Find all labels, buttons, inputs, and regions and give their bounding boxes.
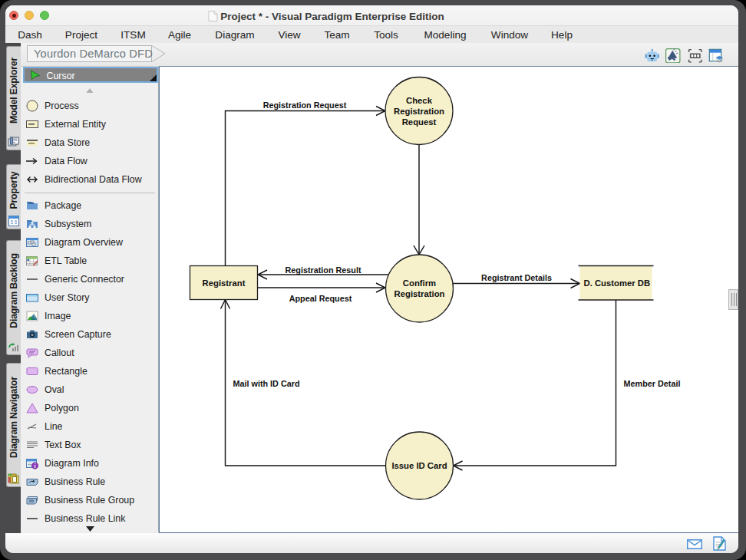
svg-text:Registrant Details: Registrant Details [481,272,552,282]
svg-text:Check: Check [406,95,433,104]
svg-text:Registration Result: Registration Result [286,265,361,274]
svg-text:Registration: Registration [394,289,445,298]
svg-text:D. Customer DB: D. Customer DB [584,278,651,288]
svg-text:Registration: Registration [394,106,444,115]
svg-text:Registration Request: Registration Request [263,100,347,109]
svg-text:Member Detail: Member Detail [624,378,681,387]
svg-text:Confirm: Confirm [403,278,436,288]
svg-text:Appeal Request: Appeal Request [289,293,352,302]
svg-text:Yourdon DeMarco DFD: Yourdon DeMarco DFD [34,48,153,60]
svg-text:Request: Request [402,117,437,126]
svg-text:Issue ID Card: Issue ID Card [391,461,447,470]
svg-text:Registrant: Registrant [203,278,246,287]
svg-text:Mail with ID Card: Mail with ID Card [233,378,300,387]
